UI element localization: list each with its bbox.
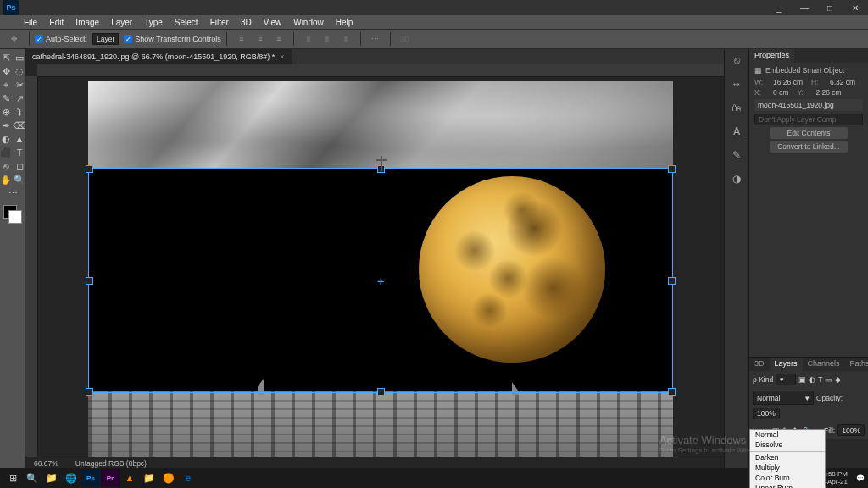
tool[interactable]: ⬛: [0, 147, 12, 158]
tool[interactable]: ▲: [14, 133, 25, 145]
ruler-horizontal[interactable]: [37, 64, 724, 77]
taskbar-edge-icon[interactable]: e: [179, 469, 198, 486]
tool[interactable]: ✥: [0, 65, 12, 77]
ruler-vertical[interactable]: [25, 76, 38, 457]
panel-icon[interactable]: A͟: [733, 125, 740, 137]
tool[interactable]: ✎: [0, 92, 12, 104]
menu-type[interactable]: Type: [144, 18, 163, 27]
y-value[interactable]: 2.26 cm: [815, 88, 841, 97]
blend-mode-select[interactable]: Normal▾: [753, 391, 814, 405]
tool[interactable]: ◌: [14, 65, 25, 77]
distribute-icon[interactable]: ⫴: [319, 31, 336, 47]
more-icon[interactable]: ⋯: [367, 31, 384, 47]
tool[interactable]: ⌫: [14, 119, 25, 131]
blend-option[interactable]: Darken: [750, 452, 825, 463]
tab-3d[interactable]: 3D: [749, 358, 770, 371]
tool[interactable]: ⌖: [0, 79, 12, 91]
menu-select[interactable]: Select: [175, 18, 198, 27]
menu-window[interactable]: Window: [293, 18, 324, 27]
tool[interactable]: T: [14, 147, 25, 158]
filter-icon[interactable]: ◆: [835, 375, 841, 384]
tool[interactable]: ✋: [0, 174, 12, 186]
tool[interactable]: ▭: [14, 52, 25, 64]
panel-icon[interactable]: ⎋: [734, 54, 740, 66]
blend-option[interactable]: Linear Burn: [750, 483, 825, 488]
x-value[interactable]: 0 cm: [773, 88, 788, 97]
taskbar-app-icon[interactable]: 📁: [140, 469, 159, 486]
taskbar-photoshop-icon[interactable]: Ps: [81, 469, 100, 486]
minimize-button[interactable]: —: [792, 0, 817, 15]
panel-icon[interactable]: ◑: [732, 173, 741, 185]
tool[interactable]: ◐: [0, 133, 12, 145]
menu-file[interactable]: File: [24, 18, 37, 27]
canvas[interactable]: ✛: [37, 76, 724, 457]
tab-channels[interactable]: Channels: [803, 358, 845, 371]
maximize-button[interactable]: □: [817, 0, 843, 15]
auto-select-checkbox[interactable]: [35, 35, 43, 43]
panel-icon[interactable]: ✎: [732, 149, 741, 161]
taskbar-app-icon[interactable]: 🟠: [159, 469, 178, 486]
taskbar-browser-icon[interactable]: 🌐: [62, 469, 81, 486]
moon-layer[interactable]: [88, 168, 673, 391]
3d-mode-icon[interactable]: 3D: [397, 31, 414, 47]
menu-image[interactable]: Image: [75, 18, 99, 27]
tool[interactable]: ✂: [14, 79, 25, 91]
convert-linked-button[interactable]: Convert to Linked...: [770, 141, 848, 152]
distribute-icon[interactable]: ⫴: [300, 31, 317, 47]
distribute-icon[interactable]: ⫴: [337, 31, 354, 47]
document-image[interactable]: ✛: [88, 81, 673, 457]
document-tab[interactable]: cathedral-3464891_1920.jpg @ 66.7% (moon…: [25, 49, 292, 64]
filter-icon[interactable]: T: [818, 375, 822, 384]
taskbar-search-icon[interactable]: 🔍: [23, 469, 42, 486]
menu-3d[interactable]: 3D: [241, 18, 252, 27]
align-icon[interactable]: ≡: [233, 31, 250, 47]
tool[interactable]: ⎋: [0, 160, 12, 172]
tool[interactable]: 🔍: [14, 174, 25, 186]
color-swatches[interactable]: [3, 205, 22, 224]
opacity-value[interactable]: 100%: [753, 408, 780, 419]
filter-icon[interactable]: ▣: [798, 375, 806, 384]
width-value[interactable]: 16.26 cm: [773, 78, 803, 86]
start-button[interactable]: ⊞: [3, 469, 22, 486]
tab-layers[interactable]: Layers: [770, 358, 803, 371]
filter-icon[interactable]: ◐: [809, 375, 815, 384]
tool[interactable]: ⋯: [7, 187, 19, 199]
extra-window-button[interactable]: _: [766, 0, 792, 15]
blend-option[interactable]: Color Burn: [750, 473, 825, 483]
tool[interactable]: ⇱: [0, 52, 12, 64]
tab-paths[interactable]: Paths: [845, 358, 868, 371]
panel-icon[interactable]: 🗛: [732, 102, 742, 114]
align-icon[interactable]: ≡: [252, 31, 269, 47]
taskbar-explorer-icon[interactable]: 📁: [42, 469, 61, 486]
zoom-level[interactable]: 66.67%: [34, 459, 58, 468]
document-info[interactable]: Untagged RGB (8bpc): [75, 459, 147, 468]
taskbar-vlc-icon[interactable]: ▲: [120, 469, 139, 486]
align-icon[interactable]: ≡: [270, 31, 287, 47]
tool[interactable]: ⮯: [14, 106, 25, 118]
taskbar-premiere-icon[interactable]: Pr: [101, 469, 120, 486]
menu-edit[interactable]: Edit: [49, 18, 64, 27]
tab-properties[interactable]: Properties: [749, 49, 794, 63]
fill-value[interactable]: 100%: [837, 424, 865, 436]
notifications-icon[interactable]: 💬: [856, 474, 865, 482]
menu-layer[interactable]: Layer: [111, 18, 132, 27]
menu-filter[interactable]: Filter: [210, 18, 229, 27]
auto-select-mode[interactable]: Layer: [92, 33, 119, 45]
blend-option[interactable]: Dissolve: [750, 440, 825, 450]
filter-icon[interactable]: ▭: [825, 375, 832, 384]
panel-icon[interactable]: ↔: [732, 78, 742, 90]
close-tab-icon[interactable]: ×: [280, 53, 284, 61]
tool[interactable]: ↗: [14, 92, 25, 104]
tool[interactable]: ✒: [0, 119, 12, 131]
tool[interactable]: ⊕: [0, 106, 12, 118]
close-button[interactable]: ✕: [843, 0, 868, 15]
menu-view[interactable]: View: [264, 18, 282, 27]
edit-contents-button[interactable]: Edit Contents: [770, 127, 848, 139]
blend-option[interactable]: Multiply: [750, 463, 825, 473]
filter-kind[interactable]: ▾: [776, 374, 796, 385]
tool[interactable]: ◻: [14, 160, 25, 172]
blend-option[interactable]: Normal: [750, 430, 825, 440]
menu-help[interactable]: Help: [336, 18, 353, 27]
blend-mode-dropdown[interactable]: Normal Dissolve Darken Multiply Color Bu…: [749, 429, 826, 488]
height-value[interactable]: 6.32 cm: [830, 78, 855, 86]
